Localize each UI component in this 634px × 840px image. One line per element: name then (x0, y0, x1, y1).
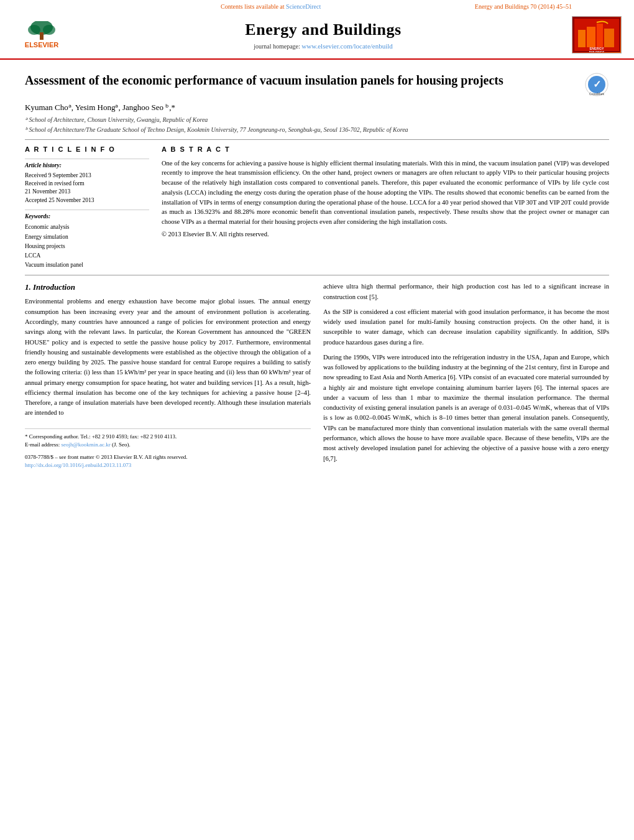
svg-point-3 (43, 25, 55, 35)
article-info-column: A R T I C L E I N F O Article history: R… (25, 145, 149, 270)
corresponding-author: * Corresponding author. Tel.: +82 2 910 … (25, 433, 311, 441)
journal-title-center: Energy and Buildings journal homepage: w… (75, 19, 572, 51)
svg-text:BUILDINGS: BUILDINGS (589, 51, 605, 52)
issn-line: 0378-7788/$ – see front matter © 2013 El… (25, 453, 311, 462)
main-right-column: achieve ultra high thermal performance, … (323, 282, 609, 469)
contents-available-text: Contents lists available at ScienceDirec… (75, 2, 572, 11)
authors-text: Kyuman Choᵃ, Yesim Hongᵃ, Janghoo Seo ᵇ,… (25, 103, 175, 112)
svg-text:✓: ✓ (593, 79, 601, 90)
intro-right-p2: As the SIP is considered a cost efficien… (323, 307, 609, 348)
svg-rect-4 (40, 32, 44, 40)
affiliation-a: ᵃ School of Architecture, Chosun Univers… (25, 116, 609, 124)
email-person: (J. Seo). (112, 441, 131, 448)
svg-rect-8 (578, 30, 586, 47)
main-content: 1. Introduction Environmental problems a… (25, 282, 609, 469)
elsevier-svg-logo: ELSEVIER (12, 21, 71, 48)
svg-rect-10 (597, 24, 603, 47)
contents-label: Contents lists available at (221, 3, 284, 10)
accepted-date: Accepted 25 November 2013 (25, 196, 149, 205)
content-divider (25, 275, 609, 275)
doi-line: http://dx.doi.org/10.1016/j.enbuild.2013… (25, 461, 311, 470)
keyword-4: LCCA (25, 251, 149, 261)
affiliation-b: ᵇ School of Architecture/The Graduate Sc… (25, 126, 609, 134)
crossmark-svg: ✓ CrossMark (584, 72, 609, 97)
main-left-column: 1. Introduction Environmental problems a… (25, 282, 311, 469)
keyword-3: Housing projects (25, 242, 149, 251)
header-divider (25, 139, 609, 140)
svg-text:ELSEVIER: ELSEVIER (25, 41, 58, 48)
intro-heading: 1. Introduction (25, 282, 311, 293)
article-title-section: Assessment of the economic performance o… (25, 66, 609, 97)
energy-buildings-logo: ENERGY BUILDINGS (572, 16, 622, 53)
intro-right-p1: achieve ultra high thermal performance, … (323, 282, 609, 302)
abstract-text: One of the key concerns for achieving a … (162, 159, 609, 227)
article-container: Assessment of the economic performance o… (0, 60, 634, 482)
svg-rect-9 (587, 27, 595, 47)
svg-text:CrossMark: CrossMark (589, 92, 605, 96)
eb-logo-svg: ENERGY BUILDINGS (573, 17, 620, 52)
svg-point-2 (28, 25, 40, 35)
header-top-bar: Contents lists available at ScienceDirec… (0, 0, 634, 12)
article-history: Article history: Received 9 September 20… (25, 159, 149, 205)
sciencedirect-link[interactable]: ScienceDirect (286, 3, 321, 10)
keywords-label: Keywords: (25, 213, 149, 221)
email-link[interactable]: seojh@kookmin.ac.kr (61, 441, 110, 448)
received-revised-date: 21 November 2013 (25, 188, 149, 196)
homepage-url-line: journal homepage: www.elsevier.com/locat… (75, 42, 572, 51)
journal-header: Contents lists available at ScienceDirec… (0, 0, 634, 60)
header-logos: ELSEVIER Energy and Buildings journal ho… (0, 12, 634, 56)
homepage-label: journal homepage: (254, 43, 300, 50)
received-revised-label: Received in revised form (25, 180, 149, 188)
keyword-2: Energy simulation (25, 233, 149, 242)
article-info-heading: A R T I C L E I N F O (25, 145, 149, 154)
intro-right-p3: During the 1990s, VIPs were introduced i… (323, 353, 609, 464)
intro-heading-text: 1. Introduction (25, 282, 75, 292)
copyright-text: © 2013 Elsevier B.V. All rights reserved… (162, 229, 609, 239)
email-line: E-mail address: seojh@kookmin.ac.kr (J. … (25, 441, 311, 450)
journal-title: Energy and Buildings (75, 19, 572, 41)
issn-text: 0378-7788/$ – see front matter © 2013 El… (25, 454, 188, 460)
doi-link[interactable]: http://dx.doi.org/10.1016/j.enbuild.2013… (25, 462, 131, 468)
keyword-1: Economic analysis (25, 223, 149, 232)
article-info-abstract-columns: A R T I C L E I N F O Article history: R… (25, 145, 609, 270)
svg-text:ENERGY: ENERGY (589, 47, 604, 50)
abstract-heading: A B S T R A C T (162, 145, 609, 154)
authors-line: Kyuman Choᵃ, Yesim Hongᵃ, Janghoo Seo ᵇ,… (25, 102, 609, 113)
email-label: E-mail address: (25, 441, 60, 448)
abstract-section: A B S T R A C T One of the key concerns … (162, 145, 609, 270)
journal-issue-info: Energy and Buildings 70 (2014) 45–51 (475, 2, 572, 11)
affiliations: ᵃ School of Architecture, Chosun Univers… (25, 116, 609, 134)
elsevier-logo: ELSEVIER (12, 20, 75, 50)
svg-rect-11 (604, 29, 614, 47)
homepage-link[interactable]: www.elsevier.com/locate/enbuild (301, 42, 393, 50)
keyword-5: Vacuum insulation panel (25, 261, 149, 270)
crossmark-logo[interactable]: ✓ CrossMark (584, 72, 609, 97)
intro-left-p1: Environmental problems and energy exhaus… (25, 297, 311, 418)
footer-notes: * Corresponding author. Tel.: +82 2 910 … (25, 428, 311, 470)
article-title: Assessment of the economic performance o… (25, 72, 584, 88)
history-label: Article history: (25, 162, 149, 170)
keywords-section: Keywords: Economic analysis Energy simul… (25, 210, 149, 270)
received-date: Received 9 September 2013 (25, 172, 149, 180)
